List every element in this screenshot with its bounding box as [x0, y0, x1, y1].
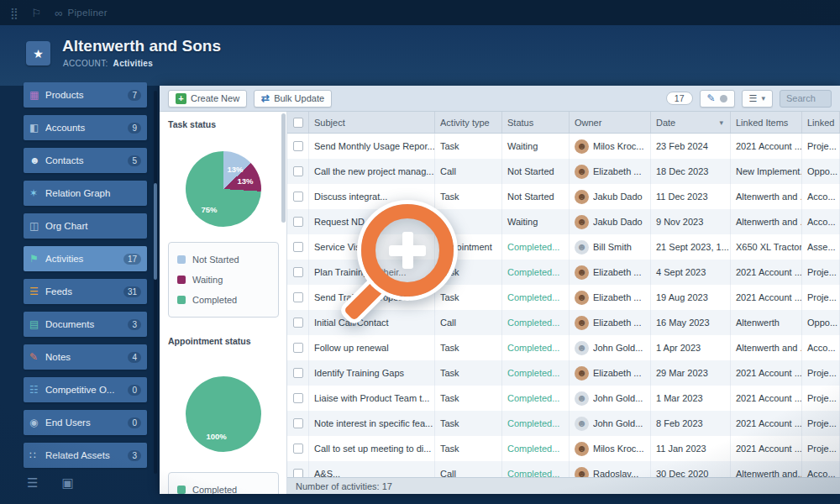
cell-status: Completed...: [502, 285, 570, 310]
col-date[interactable]: Date ▾: [651, 112, 731, 133]
documents-icon: ▤: [29, 318, 45, 330]
row-checkbox[interactable]: [293, 242, 303, 252]
table-row[interactable]: Call the new project manag...CallNot Sta…: [287, 159, 840, 184]
row-checkbox[interactable]: [293, 267, 303, 277]
sidebar-item-notes[interactable]: ✎Notes4: [24, 344, 147, 370]
create-new-button[interactable]: + Create New: [168, 90, 247, 108]
cell-linked-type: Acco...: [802, 461, 840, 477]
owner-name: Jakub Dado: [593, 217, 643, 227]
row-checkbox[interactable]: [293, 166, 303, 176]
table-row[interactable]: Request ND...Waiting☻Jakub Dado9 Nov 202…: [287, 209, 840, 234]
breadcrumb-label: ACCOUNT:: [63, 59, 108, 68]
cell-subject: Send Training Proposal: [309, 285, 435, 310]
col-activity-type[interactable]: Activity type: [435, 112, 502, 133]
cell-linked-type: Asse...: [802, 234, 840, 260]
table-row[interactable]: Liaise with Product Team t...TaskComplet…: [287, 386, 840, 411]
sidebar-scrollbar[interactable]: [154, 91, 157, 474]
bulk-update-button[interactable]: ⇄ Bulk Update: [254, 90, 332, 108]
sidebar-item-products[interactable]: ▦Products7: [24, 82, 147, 108]
megaphone-icon[interactable]: ⚐: [32, 7, 42, 19]
row-checkbox[interactable]: [293, 343, 303, 353]
pie-label-waiting: 13%: [238, 176, 254, 186]
col-linked[interactable]: Linked: [802, 112, 840, 133]
sidebar-scrollbar-thumb[interactable]: [154, 183, 157, 280]
table-row[interactable]: Send Monthly Usage Repor...TaskWaiting☻M…: [287, 134, 840, 159]
sort-caret-icon[interactable]: ▾: [719, 118, 725, 127]
sidebar-item-related-assets[interactable]: ∷Related Assets3: [24, 443, 147, 468]
owner-avatar: ☻: [575, 417, 589, 431]
favorite-star-button[interactable]: ★: [26, 41, 50, 66]
col-owner[interactable]: Owner: [570, 112, 651, 133]
status-bar: Number of activities: 17: [287, 477, 840, 494]
row-checkbox[interactable]: [293, 141, 303, 151]
view-options-button[interactable]: ☰ ▾: [742, 90, 773, 108]
pie-label-100: 100%: [207, 432, 227, 441]
search-input[interactable]: [780, 90, 832, 108]
cell-date: 30 Dec 2020: [651, 461, 731, 477]
products-icon: ▦: [29, 89, 45, 101]
cell-date: 16 May 2023: [651, 310, 731, 335]
row-checkbox[interactable]: [293, 292, 303, 302]
table-row[interactable]: Follow up renewalTaskCompleted...☻John G…: [287, 335, 840, 360]
menu-icon[interactable]: ☰: [27, 475, 38, 491]
panel-toggle-icon[interactable]: ▣: [61, 475, 73, 491]
table-row[interactable]: Send Training ProposalTaskCompleted...☻E…: [287, 285, 840, 310]
sidebar-item-relation-graph[interactable]: ✶Relation Graph: [24, 181, 147, 206]
cell-linked-items: 2021 Account ...: [731, 411, 802, 436]
owner-avatar: ☻: [575, 265, 589, 280]
row-checkbox[interactable]: [293, 318, 303, 328]
table-row[interactable]: Initial Call/ContactCallCompleted...☻Eli…: [287, 310, 840, 335]
col-status[interactable]: Status: [502, 112, 570, 133]
table-row[interactable]: Discuss integrat...TaskNot Started☻Jakub…: [287, 184, 840, 209]
topbar: ⣿ ⚐ ∞ Pipeliner: [0, 0, 840, 25]
charts-scrollbar-thumb[interactable]: [281, 113, 286, 223]
sidebar-item-documents[interactable]: ▤Documents3: [24, 312, 147, 337]
cell-activity-type: Task: [435, 436, 502, 461]
sidebar-item-end-users[interactable]: ◉End Users0: [24, 410, 147, 435]
app-grid-icon[interactable]: ⣿: [10, 7, 18, 19]
sidebar-item-feeds[interactable]: ☰Feeds31: [24, 279, 147, 304]
cell-status: Completed...: [502, 461, 570, 477]
sidebar-item-org-chart[interactable]: ◫Org Chart: [24, 213, 147, 239]
cell-activity-type: Task: [435, 260, 502, 285]
sidebar-item-accounts[interactable]: ◧Accounts9: [24, 115, 147, 140]
col-linked-items[interactable]: Linked Items: [731, 112, 802, 133]
row-checkbox[interactable]: [293, 192, 303, 202]
table-row[interactable]: Note interest in specific fea...TaskComp…: [287, 411, 840, 436]
edit-button[interactable]: ✎: [700, 90, 735, 108]
row-checkbox[interactable]: [293, 393, 303, 403]
table-header: Subject Activity type Status Owner Date …: [287, 112, 840, 134]
cell-linked-items: X650 XL Tractor: [731, 234, 802, 260]
cell-date: 1 Apr 2023: [651, 335, 731, 360]
row-checkbox[interactable]: [293, 418, 303, 428]
cell-status: Completed...: [502, 234, 570, 260]
legend-item: Not Started: [177, 249, 270, 270]
sidebar-item-activities[interactable]: ⚑Activities17: [24, 246, 147, 271]
row-checkbox[interactable]: [293, 368, 303, 378]
sidebar-item-contacts[interactable]: ☻Contacts5: [24, 148, 147, 173]
task-status-title: Task status: [168, 119, 286, 129]
col-subject[interactable]: Subject: [309, 112, 435, 133]
select-all-checkbox[interactable]: [293, 118, 303, 128]
cell-linked-type: Proje...: [802, 260, 840, 285]
cell-linked-items: Altenwerth and...: [731, 461, 802, 477]
cell-subject: A&S...: [309, 461, 435, 477]
table-row[interactable]: Identify Training GapsTaskCompleted...☻E…: [287, 360, 840, 386]
row-checkbox[interactable]: [293, 444, 303, 454]
cell-linked-items: Altenwerth and ...: [731, 184, 802, 209]
table-row[interactable]: Service Vis...AppointmentCompleted...☻Bi…: [287, 234, 840, 260]
owner-name: Milos Kroc...: [593, 141, 644, 151]
owner-avatar: ☻: [575, 165, 589, 179]
cell-linked-type: Acco...: [802, 184, 840, 209]
cell-subject: Send Monthly Usage Repor...: [309, 134, 435, 159]
cell-subject: Identify Training Gaps: [309, 360, 435, 386]
table-row[interactable]: Plan Training ... their...TaskCompleted.…: [287, 260, 840, 285]
row-checkbox[interactable]: [293, 217, 303, 227]
cell-owner: ☻John Gold...: [570, 386, 651, 411]
row-checkbox[interactable]: [293, 469, 303, 477]
cell-linked-items: 2021 Account ...: [731, 386, 802, 411]
sidebar-item-competitive-o[interactable]: ☷Competitive O...0: [24, 377, 147, 402]
table-row[interactable]: A&S...CallCompleted...☻Radoslav...30 Dec…: [287, 461, 840, 477]
legend-item: Completed: [177, 290, 270, 310]
table-row[interactable]: Call to set up meeting to di...TaskCompl…: [287, 436, 840, 461]
